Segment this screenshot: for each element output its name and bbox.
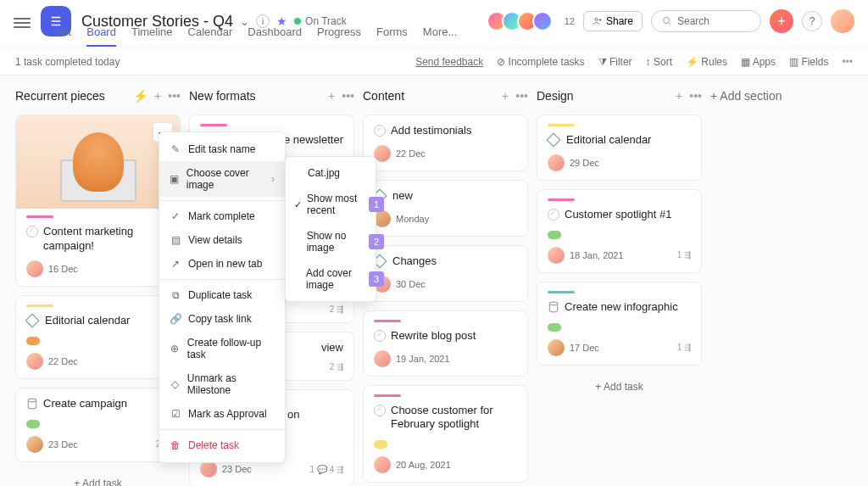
tab-list[interactable]: List: [54, 25, 71, 45]
more-actions-icon[interactable]: •••: [842, 56, 853, 68]
assignee-avatar[interactable]: [26, 353, 43, 370]
column-title[interactable]: Recurrent pieces: [15, 89, 105, 103]
menu-unmark-milestone[interactable]: ◇Unmark as Milestone: [159, 366, 285, 402]
tag[interactable]: [548, 231, 561, 239]
task-card[interactable]: Add testimonials 22 Dec: [363, 115, 528, 171]
task-card[interactable]: Editorial calendar 22 Dec: [15, 295, 181, 379]
database-icon: [548, 301, 559, 313]
task-card[interactable]: Choose customer for February spotlight 2…: [363, 385, 528, 483]
tab-calendar[interactable]: Calendar: [188, 25, 233, 45]
check-icon[interactable]: [26, 226, 38, 237]
due-date: 22 Dec: [48, 356, 78, 366]
avatar: [532, 11, 553, 31]
tab-board[interactable]: Board: [86, 25, 116, 47]
assignee-avatar[interactable]: [374, 456, 391, 473]
add-section-button[interactable]: + Add section: [710, 87, 782, 103]
assignee-avatar[interactable]: [374, 210, 391, 227]
user-avatar[interactable]: [831, 9, 854, 33]
tab-more[interactable]: More...: [423, 25, 457, 45]
column-more-icon[interactable]: •••: [689, 89, 702, 103]
task-card[interactable]: Rewrite blog post 19 Jan, 2021: [363, 310, 528, 377]
hamburger-menu-icon[interactable]: [14, 15, 31, 27]
column-more-icon[interactable]: •••: [168, 89, 181, 103]
database-icon: [26, 398, 38, 410]
assignee-avatar[interactable]: [200, 461, 217, 478]
sort-button[interactable]: ↕ Sort: [646, 56, 672, 68]
global-add-button[interactable]: +: [770, 9, 793, 33]
assignee-avatar[interactable]: [374, 350, 391, 367]
add-task-button[interactable]: + Add task: [15, 471, 181, 486]
assignee-avatar[interactable]: [26, 260, 43, 277]
tag[interactable]: [26, 420, 40, 428]
milestone-icon[interactable]: [547, 133, 561, 148]
column-title[interactable]: Content: [363, 89, 404, 103]
column-more-icon[interactable]: •••: [342, 89, 354, 103]
tab-dashboard[interactable]: Dashboard: [248, 25, 302, 45]
tab-progress[interactable]: Progress: [317, 25, 361, 45]
check-icon[interactable]: [374, 405, 386, 416]
submenu-add-cover[interactable]: Add cover image3: [286, 260, 376, 298]
assignee-avatar[interactable]: [374, 145, 391, 162]
assignee-avatar[interactable]: [548, 247, 565, 264]
incomplete-tasks-filter[interactable]: ⊘ Incomplete tasks: [497, 56, 584, 68]
send-feedback-link[interactable]: Send feedback: [415, 56, 483, 68]
followup-icon: ⊕: [170, 343, 181, 355]
tag[interactable]: [374, 440, 387, 449]
add-task-icon[interactable]: +: [502, 89, 509, 103]
menu-duplicate-task[interactable]: ⧉Duplicate task: [159, 283, 285, 307]
column-title[interactable]: Design: [537, 89, 574, 103]
help-button[interactable]: ?: [802, 11, 822, 31]
check-icon[interactable]: [548, 209, 559, 221]
task-card[interactable]: Customer spotlight #1 18 Jan, 20211 ⇶: [537, 189, 702, 273]
svg-point-8: [28, 399, 36, 402]
pencil-icon: ✎: [170, 143, 181, 155]
assignee-avatar[interactable]: [548, 154, 565, 171]
task-card[interactable]: Create campaign 23 Dec2 ⇶: [15, 388, 181, 462]
add-task-icon[interactable]: +: [328, 89, 335, 103]
column-title[interactable]: New formats: [189, 89, 256, 103]
tab-forms[interactable]: Forms: [376, 25, 408, 45]
task-card[interactable]: new Monday: [363, 180, 528, 237]
menu-view-details[interactable]: ▤View details: [159, 228, 285, 252]
apps-button[interactable]: ▦ Apps: [741, 56, 776, 68]
filter-button[interactable]: ⧩ Filter: [598, 56, 632, 68]
due-date: 17 Dec: [570, 343, 599, 353]
add-task-icon[interactable]: +: [676, 89, 682, 103]
check-icon[interactable]: [374, 125, 386, 137]
menu-delete-task[interactable]: 🗑Delete task: [159, 433, 285, 457]
milestone-icon[interactable]: [25, 313, 40, 327]
menu-mark-complete[interactable]: ✓Mark complete: [159, 204, 285, 228]
submenu-show-recent[interactable]: ✓Show most recent1: [286, 186, 376, 223]
fields-button[interactable]: ▥ Fields: [789, 56, 828, 68]
add-task-button[interactable]: + Add task: [537, 374, 702, 399]
search-input[interactable]: Search: [651, 10, 761, 32]
column-more-icon[interactable]: •••: [515, 89, 528, 103]
assignee-avatar[interactable]: [548, 339, 565, 356]
menu-open-new-tab[interactable]: ↗Open in new tab: [159, 252, 285, 276]
tag[interactable]: [548, 323, 561, 332]
assignee-avatar[interactable]: [26, 436, 43, 453]
menu-mark-approval[interactable]: ☑Mark as Approval: [159, 402, 285, 426]
menu-edit-task-name[interactable]: ✎Edit task name: [159, 137, 285, 161]
tab-timeline[interactable]: Timeline: [131, 25, 173, 45]
task-card[interactable]: Create new infographic 17 Dec1 ⇶: [537, 282, 702, 366]
rules-button[interactable]: ⚡ Rules: [686, 56, 727, 68]
task-card[interactable]: ··· Content marketing campaign! 16 Dec: [15, 115, 181, 287]
due-date: 23 Dec: [48, 439, 78, 450]
submenu-show-none[interactable]: Show no image2: [286, 223, 376, 260]
task-card[interactable]: Changes 30 Dec: [363, 245, 528, 302]
member-avatars[interactable]: [492, 11, 553, 31]
tag[interactable]: [26, 337, 40, 345]
due-date: 19 Jan, 2021: [396, 354, 450, 364]
task-card[interactable]: Editorial calendar 29 Dec: [537, 115, 702, 181]
menu-copy-link[interactable]: 🔗Copy task link: [159, 307, 285, 331]
add-task-icon[interactable]: +: [154, 89, 161, 103]
svg-line-7: [669, 23, 671, 25]
check-icon[interactable]: [374, 330, 386, 342]
share-button[interactable]: Share: [583, 11, 643, 31]
external-link-icon: ↗: [170, 258, 181, 270]
menu-create-followup[interactable]: ⊕Create follow-up task: [159, 331, 285, 366]
submenu-file[interactable]: Cat.jpg: [286, 160, 376, 186]
bolt-icon[interactable]: ⚡: [133, 89, 147, 103]
menu-choose-cover-image[interactable]: ▣Choose cover image›: [159, 161, 285, 197]
